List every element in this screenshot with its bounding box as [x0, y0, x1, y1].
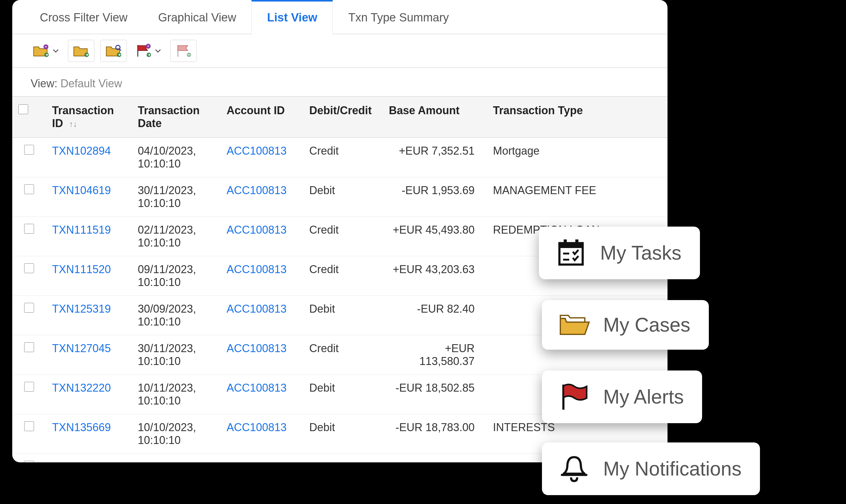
row-select-cell: [12, 138, 46, 177]
row-select-checkbox[interactable]: [24, 224, 34, 234]
table-row: TXN10289404/10/2023, 10:10:10ACC100813Cr…: [12, 138, 667, 177]
account-id-link[interactable]: ACC100813: [227, 184, 287, 197]
row-select-checkbox[interactable]: [24, 461, 34, 462]
col-header-base-amount[interactable]: Base Amount: [383, 96, 487, 138]
toolbar-folder-arrow-button[interactable]: [68, 40, 94, 62]
row-select-checkbox[interactable]: [24, 382, 34, 392]
cell-base-amount: -EUR 18,783.00: [383, 414, 487, 454]
view-label: View: Default View: [12, 68, 667, 96]
cell-debit-credit: Debit: [303, 414, 383, 454]
card-label: My Notifications: [603, 457, 742, 480]
cell-transaction-type: MANAGEMENT FEE: [487, 177, 667, 217]
cell-account-id: ACC100813: [220, 217, 303, 256]
svg-text:+: +: [147, 44, 149, 48]
cell-base-amount: -EUR 1,953.69: [383, 177, 487, 217]
row-select-checkbox[interactable]: [24, 421, 34, 431]
sort-indicator-icon: ↑↓: [69, 120, 77, 129]
cell-debit-credit: Debit: [303, 375, 383, 414]
row-select-cell: [12, 256, 46, 296]
transaction-id-link[interactable]: TXN104619: [52, 184, 111, 197]
transaction-id-link[interactable]: TXN125319: [52, 303, 111, 315]
card-label: My Tasks: [600, 241, 682, 264]
cell-debit-credit: Debit: [303, 296, 383, 335]
transaction-id-link[interactable]: TXN111519: [52, 223, 111, 236]
account-id-link[interactable]: ACC100813: [227, 303, 287, 315]
cell-transaction-type: Mortgage: [487, 138, 667, 177]
transaction-id-link[interactable]: TXN127045: [52, 342, 111, 355]
svg-rect-15: [559, 243, 583, 248]
cell-transaction-id: TXN135669: [46, 414, 132, 454]
account-id-link[interactable]: ACC100813: [227, 223, 287, 236]
col-header-label: Transaction ID: [52, 104, 114, 129]
flag-icon: [557, 381, 591, 412]
transaction-id-link[interactable]: TXN132220: [52, 381, 111, 394]
tasks-calendar-icon: [554, 238, 588, 268]
toolbar-flag-plus-button[interactable]: +: [133, 40, 164, 62]
tab-bar: Cross Filter View Graphical View List Vi…: [12, 0, 667, 34]
col-header-transaction-date[interactable]: Transaction Date: [132, 96, 220, 138]
card-my-notifications[interactable]: My Notifications: [542, 443, 760, 495]
cell-base-amount: +EUR 113,580.37: [383, 335, 487, 375]
cell-transaction-date: 30/09/2023, 10:10:10: [132, 296, 220, 335]
col-header-account-id[interactable]: Account ID: [220, 96, 303, 138]
cell-transaction-date: 04/10/2023, 10:10:10: [132, 138, 220, 177]
cell-account-id: ACC100813: [220, 414, 303, 454]
card-my-tasks[interactable]: My Tasks: [539, 227, 700, 279]
account-id-link[interactable]: ACC100813: [227, 342, 287, 355]
cell-debit-credit: Credit: [303, 335, 383, 375]
cell-base-amount: +EUR 7,352.51: [383, 138, 487, 177]
row-select-checkbox[interactable]: [24, 303, 34, 313]
cell-account-id: ACC100813: [220, 375, 303, 414]
account-id-link[interactable]: ACC100813: [227, 145, 287, 157]
cell-transaction-date: 30/11/2023, 10:10:10: [132, 177, 220, 217]
toolbar-folder-search-button[interactable]: [101, 40, 127, 62]
card-my-cases[interactable]: My Cases: [542, 300, 709, 350]
flag-remove-icon: [176, 44, 191, 58]
account-id-link[interactable]: ACC100813: [227, 263, 287, 275]
row-select-checkbox[interactable]: [24, 184, 34, 194]
row-select-checkbox[interactable]: [24, 342, 34, 352]
row-select-cell: [12, 414, 46, 454]
tab-graphical-view[interactable]: Graphical View: [143, 0, 251, 34]
transaction-id-link[interactable]: TXN140844: [52, 461, 111, 462]
account-id-link[interactable]: ACC100813: [227, 461, 287, 462]
cell-transaction-id: TXN111519: [46, 217, 132, 256]
card-my-alerts[interactable]: My Alerts: [542, 371, 702, 423]
toolbar-flag-remove-button[interactable]: [170, 40, 197, 62]
cell-transaction-id: TXN102894: [46, 138, 132, 177]
cell-transaction-date: 20/09/2023,: [132, 454, 220, 463]
transaction-id-link[interactable]: TXN111520: [52, 263, 111, 275]
row-select-cell: [12, 177, 46, 217]
tab-cross-filter-view[interactable]: Cross Filter View: [24, 0, 143, 34]
flag-plus-icon: +: [135, 44, 151, 58]
cell-base-amount: -EUR 18,502.85: [383, 375, 487, 414]
row-select-checkbox[interactable]: [24, 145, 34, 155]
col-header-debit-credit[interactable]: Debit/Credit: [303, 96, 383, 138]
view-name: Default View: [60, 77, 122, 90]
row-select-checkbox[interactable]: [24, 263, 34, 273]
col-header-transaction-id[interactable]: Transaction ID ↑↓: [46, 96, 132, 138]
folder-plus-icon: +: [33, 44, 49, 57]
row-select-cell: [12, 375, 46, 414]
card-label: My Cases: [603, 313, 690, 336]
row-select-cell: [12, 296, 46, 335]
toolbar-new-folder-button[interactable]: +: [31, 40, 62, 62]
cell-debit-credit: Debit: [303, 177, 383, 217]
select-all-checkbox[interactable]: [18, 104, 28, 114]
cell-transaction-id: TXN127045: [46, 335, 132, 375]
cell-transaction-id: TXN125319: [46, 296, 132, 335]
cell-account-id: ACC100813: [220, 296, 303, 335]
tab-list-view[interactable]: List View: [251, 0, 333, 34]
cell-transaction-date: 02/11/2023, 10:10:10: [132, 217, 220, 256]
transaction-id-link[interactable]: TXN102894: [52, 145, 111, 157]
account-id-link[interactable]: ACC100813: [227, 381, 287, 394]
tab-txn-type-summary[interactable]: Txn Type Summary: [333, 0, 464, 34]
transaction-id-link[interactable]: TXN135669: [52, 421, 111, 434]
col-header-transaction-type[interactable]: Transaction Type: [487, 96, 667, 138]
cell-transaction-id: TXN140844: [46, 454, 132, 463]
account-id-link[interactable]: ACC100813: [227, 421, 287, 434]
row-select-cell: [12, 217, 46, 256]
cell-debit-credit: Debit: [303, 454, 383, 463]
table-row: TXN10461930/11/2023, 10:10:10ACC100813De…: [12, 177, 667, 217]
cell-transaction-id: TXN104619: [46, 177, 132, 217]
